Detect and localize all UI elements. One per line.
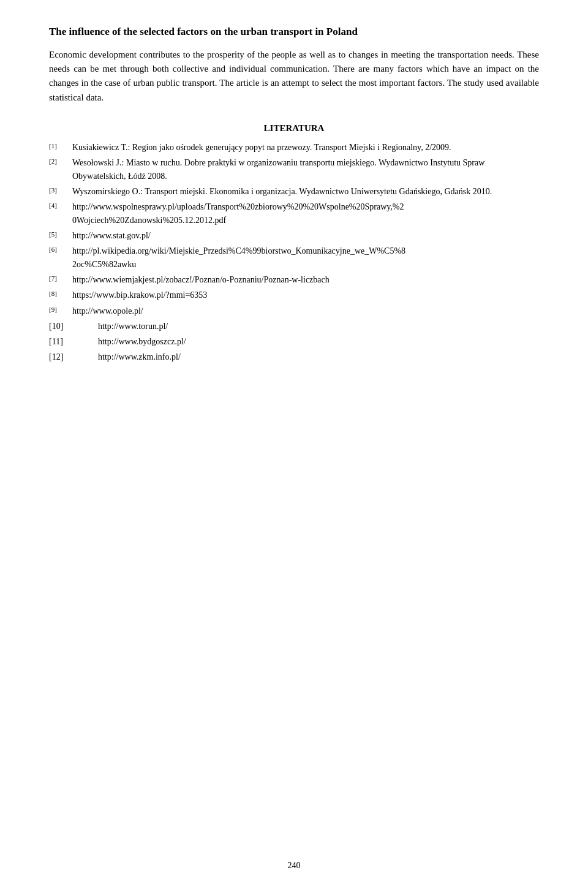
ref-number: [4] [49, 200, 72, 214]
ref-number: [7] [49, 273, 72, 287]
list-item: [1] Kusiakiewicz T.: Region jako ośrodek… [49, 141, 539, 155]
ref-number: [5] [49, 229, 72, 243]
page-number: 240 [0, 861, 588, 871]
list-item: [7] http://www.wiemjakjest.pl/zobacz!/Po… [49, 273, 539, 287]
ref-number: [3] [49, 185, 72, 199]
ref-number: [8] [49, 289, 72, 303]
ref-content: Wesołowski J.: Miasto w ruchu. Dobre pra… [72, 156, 539, 183]
ref-label: [10] [49, 320, 98, 333]
list-item: [3] Wyszomirskiego O.: Transport miejski… [49, 185, 539, 199]
ref-content: http://www.opole.pl/ [72, 305, 539, 318]
ref-number: [1] [49, 141, 72, 155]
list-item: [12] http://www.zkm.info.pl/ [49, 350, 539, 364]
literatura-heading: LITERATURA [49, 123, 539, 134]
ref-content: http://www.wspolnesprawy.pl/uploads/Tran… [72, 200, 539, 227]
body-paragraph: Economic development contributes to the … [49, 48, 539, 105]
ref-label: [11] [49, 335, 98, 349]
ref-content: Wyszomirskiego O.: Transport miejski. Ek… [72, 185, 539, 199]
ref-content: http://www.torun.pl/ [98, 320, 539, 333]
ref-number: [2] [49, 156, 72, 170]
references-list: [1] Kusiakiewicz T.: Region jako ośrodek… [49, 141, 539, 364]
ref-content: http://www.wiemjakjest.pl/zobacz!/Poznan… [72, 273, 539, 287]
ref-content: http://pl.wikipedia.org/wiki/Miejskie_Pr… [72, 244, 539, 271]
list-item: [4] http://www.wspolnesprawy.pl/uploads/… [49, 200, 539, 227]
ref-content: http://www.bydgoszcz.pl/ [98, 335, 539, 349]
ref-content: http://www.zkm.info.pl/ [98, 350, 539, 364]
list-item: [10] http://www.torun.pl/ [49, 320, 539, 333]
ref-content: http://www.stat.gov.pl/ [72, 229, 539, 243]
list-item: [11] http://www.bydgoszcz.pl/ [49, 335, 539, 349]
ref-content: https://www.bip.krakow.pl/?mmi=6353 [72, 289, 539, 302]
ref-number: [6] [49, 244, 72, 259]
list-item: [6] http://pl.wikipedia.org/wiki/Miejski… [49, 244, 539, 271]
literatura-section: LITERATURA [1] Kusiakiewicz T.: Region j… [49, 123, 539, 364]
ref-label: [12] [49, 350, 98, 364]
list-item: [2] Wesołowski J.: Miasto w ruchu. Dobre… [49, 156, 539, 183]
ref-number: [9] [49, 305, 72, 319]
list-item: [5] http://www.stat.gov.pl/ [49, 229, 539, 243]
list-item: [9] http://www.opole.pl/ [49, 305, 539, 319]
page: The influence of the selected factors on… [0, 0, 588, 889]
page-title: The influence of the selected factors on… [49, 25, 539, 39]
ref-content: Kusiakiewicz T.: Region jako ośrodek gen… [72, 141, 539, 154]
list-item: [8] https://www.bip.krakow.pl/?mmi=6353 [49, 289, 539, 303]
